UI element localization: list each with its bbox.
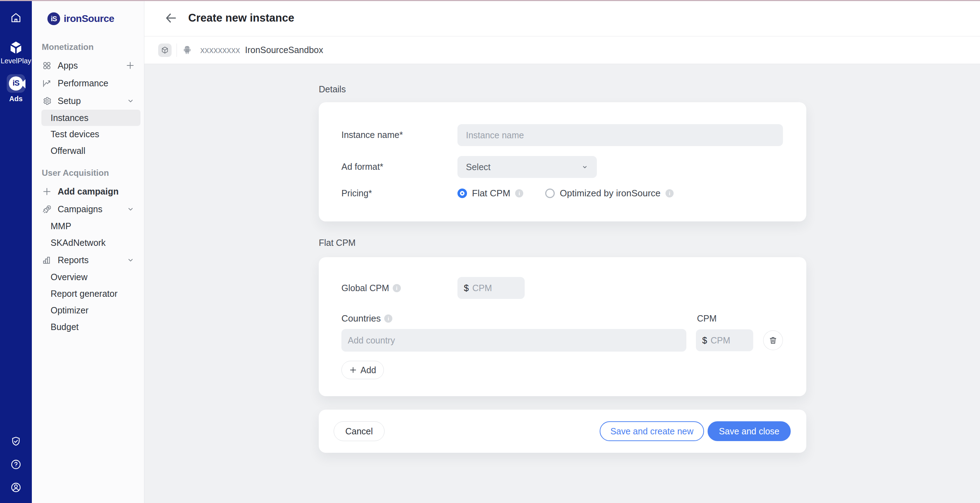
chevron-down-icon: [581, 163, 589, 171]
currency-symbol: $: [702, 335, 707, 345]
section-monetization: Monetization: [32, 38, 144, 57]
page-header: Create new instance: [144, 0, 980, 37]
account-icon[interactable]: [10, 482, 22, 493]
ironsource-logo-icon: iS: [48, 13, 60, 25]
sidebar-item-mmp[interactable]: MMP: [32, 218, 144, 234]
unity-levelplay-icon: [9, 41, 23, 55]
global-cpm-label: Global CPM i: [341, 283, 457, 293]
pricing-label: Pricing*: [341, 188, 457, 199]
info-icon[interactable]: i: [665, 189, 674, 197]
instance-name-row: Instance name*: [341, 124, 783, 146]
rail-label-levelplay: LevelPlay: [1, 57, 32, 65]
back-arrow-button[interactable]: [164, 11, 178, 25]
sidebar-item-apps[interactable]: Apps: [32, 57, 144, 74]
active-notch: [21, 79, 25, 88]
countries-label: Countries i: [341, 313, 697, 324]
home-icon[interactable]: [10, 12, 22, 24]
sidebar-item-campaigns[interactable]: Campaigns: [32, 200, 144, 218]
sidebar-item-skadnetwork[interactable]: SKAdNetwork: [32, 234, 144, 251]
chevron-down-icon[interactable]: [126, 205, 135, 213]
sidebar-item-offerwall[interactable]: Offerwall: [32, 143, 144, 159]
help-icon[interactable]: [10, 459, 22, 470]
chevron-down-icon[interactable]: [126, 97, 135, 105]
add-country-input[interactable]: [348, 335, 680, 345]
info-icon[interactable]: i: [393, 284, 401, 292]
save-close-button[interactable]: Save and close: [708, 421, 791, 441]
optimized-radio[interactable]: [545, 189, 555, 198]
details-card: Instance name* Ad format* Select: [319, 102, 806, 221]
flat-cpm-card: Global CPM i $ Countries i CPM: [319, 257, 806, 396]
flat-cpm-section-title: Flat CPM: [319, 238, 980, 248]
app-rail: LevelPlay iS Ads: [0, 0, 32, 503]
app-name: IronSourceSandbox: [245, 45, 323, 55]
sidebar-item-test-devices[interactable]: Test devices: [32, 126, 144, 143]
plus-icon: [42, 187, 52, 196]
page: LevelPlay iS Ads iS: [0, 0, 980, 503]
divider: [177, 43, 177, 57]
ad-format-select[interactable]: Select: [457, 156, 597, 178]
sidebar-item-setup[interactable]: Setup: [32, 92, 144, 110]
footer-actions-card: Cancel Save and create new Save and clos…: [319, 410, 806, 453]
android-icon: [182, 45, 192, 56]
add-app-icon[interactable]: [126, 61, 135, 70]
app-cube-icon: [158, 43, 172, 57]
window-top-border: [0, 0, 980, 1]
apps-grid-icon: [42, 61, 52, 70]
breadcrumb: xxxxxxxxx IronSourceSandbox: [144, 37, 980, 64]
sidebar-item-add-campaign[interactable]: Add campaign: [32, 183, 144, 200]
plus-icon: [349, 366, 357, 374]
optimized-radio-label[interactable]: Optimized by ironSource: [560, 188, 660, 199]
instance-name-label: Instance name*: [341, 124, 457, 146]
rail-item-ads[interactable]: iS Ads: [7, 74, 25, 103]
cpm-column-label: CPM: [697, 314, 717, 324]
reports-bars-icon: [42, 255, 52, 265]
ironsource-logo[interactable]: iS ironSource: [32, 0, 144, 38]
rail-label-ads: Ads: [9, 95, 23, 103]
ironsource-logo-text: ironSource: [64, 13, 114, 24]
app-id: xxxxxxxxx: [200, 45, 240, 55]
sidebar-item-optimizer[interactable]: Optimizer: [32, 302, 144, 319]
page-title: Create new instance: [188, 12, 294, 24]
country-cpm-row: $: [341, 329, 783, 352]
save-create-new-button[interactable]: Save and create new: [600, 421, 704, 441]
sidebar-item-overview[interactable]: Overview: [32, 269, 144, 285]
global-cpm-row: Global CPM i $: [341, 277, 783, 299]
sidebar-item-report-generator[interactable]: Report generator: [32, 285, 144, 302]
trash-icon: [768, 336, 778, 345]
add-button-label: Add: [361, 365, 376, 375]
section-user-acquisition: User Acquisition: [32, 164, 144, 183]
country-input-wrap: [341, 329, 686, 352]
chevron-down-icon[interactable]: [126, 256, 135, 264]
ad-format-label: Ad format*: [341, 156, 457, 178]
details-section-title: Details: [319, 84, 980, 94]
info-icon[interactable]: i: [384, 314, 392, 323]
sidebar-item-performance[interactable]: Performance: [32, 74, 144, 92]
rail-item-levelplay[interactable]: LevelPlay: [1, 41, 32, 65]
instance-name-input[interactable]: [466, 130, 775, 140]
add-country-button[interactable]: Add: [341, 361, 384, 379]
info-icon[interactable]: i: [515, 189, 523, 197]
global-cpm-input[interactable]: [473, 283, 504, 293]
main-area: Create new instance xxxxxxxxx IronSource…: [144, 0, 980, 503]
content: Details Instance name* Ad format* Select: [144, 64, 980, 503]
flat-cpm-radio[interactable]: [457, 189, 467, 198]
global-cpm-input-wrap: $: [457, 277, 525, 299]
cancel-button[interactable]: Cancel: [334, 421, 385, 441]
sidebar-item-budget[interactable]: Budget: [32, 319, 144, 335]
sidebar-item-instances[interactable]: Instances: [41, 110, 140, 126]
country-cpm-input[interactable]: [711, 335, 735, 345]
sidebar: iS ironSource Monetization Apps Performa…: [32, 0, 144, 503]
delete-row-button[interactable]: [763, 330, 783, 350]
security-shield-icon[interactable]: [10, 436, 22, 447]
ad-format-selected-value: Select: [466, 162, 490, 172]
countries-header-row: Countries i CPM: [341, 313, 783, 324]
rocket-icon: [42, 204, 52, 214]
flat-cpm-radio-label[interactable]: Flat CPM: [472, 188, 510, 199]
instance-name-input-wrap: [457, 124, 783, 146]
sidebar-item-reports[interactable]: Reports: [32, 251, 144, 269]
setup-gear-icon: [42, 96, 52, 106]
required-mark: *: [399, 130, 403, 140]
currency-symbol: $: [464, 283, 469, 293]
country-cpm-input-wrap: $: [696, 329, 754, 351]
performance-chart-icon: [42, 78, 52, 88]
